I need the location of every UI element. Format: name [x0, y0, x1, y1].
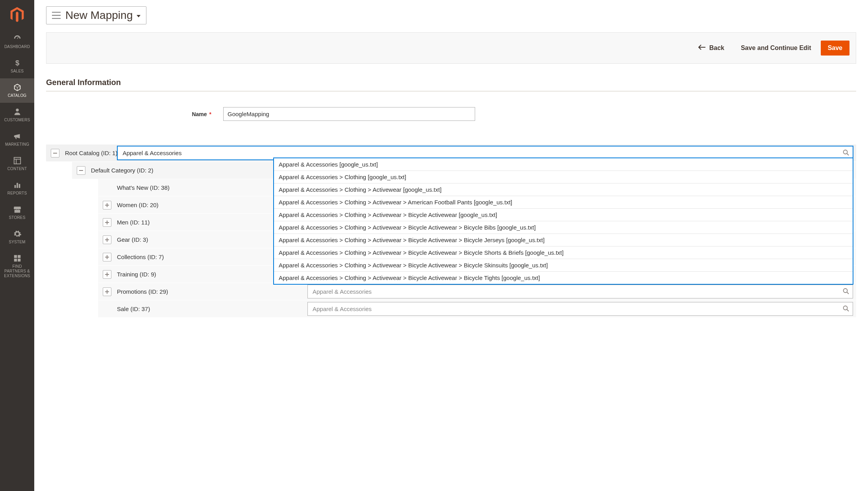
menu-icon	[52, 12, 61, 19]
svg-rect-14	[107, 203, 107, 207]
dropdown-item[interactable]: Apparel & Accessories > Clothing > Activ…	[274, 209, 853, 221]
dashboard-icon	[13, 34, 22, 43]
person-icon	[13, 107, 22, 116]
category-search-input[interactable]	[307, 302, 853, 316]
nav-gear[interactable]: SYSTEM	[0, 225, 34, 249]
nav-store[interactable]: STORES	[0, 200, 34, 225]
name-field-row: Name*	[46, 107, 856, 121]
dropdown-item[interactable]: Apparel & Accessories > Clothing [google…	[274, 171, 853, 183]
dollar-icon: $	[13, 59, 22, 67]
sidebar: DASHBOARD$SALESCATALOGCUSTOMERSMARKETING…	[0, 0, 34, 334]
dropdown-item[interactable]: Apparel & Accessories > Clothing > Activ…	[274, 183, 853, 196]
expand-icon[interactable]	[103, 287, 111, 296]
svg-rect-18	[107, 238, 107, 242]
expand-icon[interactable]	[103, 270, 111, 279]
svg-rect-3	[14, 185, 16, 188]
svg-point-11	[844, 150, 848, 154]
svg-rect-24	[107, 290, 107, 294]
svg-rect-16	[107, 220, 107, 224]
dropdown-item[interactable]: Apparel & Accessories > Clothing > Activ…	[274, 246, 853, 259]
dropdown-item[interactable]: Apparel & Accessories [google_us.txt]	[274, 158, 853, 171]
blocks-icon	[13, 254, 22, 263]
action-bar: Back Save and Continue Edit Save	[46, 32, 856, 64]
nav-dashboard[interactable]: DASHBOARD	[0, 30, 34, 54]
expand-icon[interactable]	[103, 201, 111, 209]
store-icon	[13, 205, 22, 214]
required-asterisk: *	[209, 111, 211, 117]
autocomplete-dropdown: Apparel & Accessories [google_us.txt]App…	[274, 158, 853, 284]
search-icon	[843, 305, 849, 313]
tree-label: Men (ID: 11)	[117, 219, 150, 226]
nav-blocks[interactable]: FIND PARTNERS & EXTENSIONS	[0, 249, 34, 283]
nav-person[interactable]: CUSTOMERS	[0, 103, 34, 127]
gear-icon	[13, 230, 22, 238]
section-title: General Information	[46, 78, 856, 91]
svg-rect-22	[107, 272, 107, 276]
svg-rect-5	[19, 184, 20, 188]
megaphone-icon	[13, 132, 22, 141]
caret-down-icon	[137, 12, 141, 19]
svg-rect-7	[17, 255, 20, 258]
svg-point-26	[844, 306, 848, 310]
category-search-input[interactable]	[307, 285, 853, 298]
nav-bars[interactable]: REPORTS	[0, 176, 34, 200]
arrow-left-icon	[698, 44, 705, 52]
tree-row: Sale (ID: 37)	[98, 300, 856, 318]
magento-logo[interactable]	[0, 0, 34, 30]
search-icon	[843, 288, 849, 295]
tree-label: What's New (ID: 38)	[117, 184, 170, 191]
save-continue-button[interactable]: Save and Continue Edit	[734, 41, 818, 56]
svg-rect-8	[14, 259, 17, 261]
bars-icon	[13, 181, 22, 189]
tree-label-default: Default Category (ID: 2)	[91, 167, 153, 174]
expand-icon[interactable]	[103, 235, 111, 244]
dropdown-item[interactable]: Apparel & Accessories > Clothing > Activ…	[274, 272, 853, 284]
tree-label: Collections (ID: 7)	[117, 254, 164, 260]
name-input[interactable]	[223, 107, 475, 121]
svg-rect-4	[17, 183, 18, 188]
expand-icon[interactable]	[103, 218, 111, 227]
back-button[interactable]: Back	[691, 41, 731, 56]
main-content: New Mapping Back Save and Continue Edit …	[34, 0, 868, 334]
expand-icon[interactable]	[103, 253, 111, 261]
svg-rect-6	[14, 255, 17, 258]
tree-label: Gear (ID: 3)	[117, 236, 148, 243]
dropdown-item[interactable]: Apparel & Accessories > Clothing > Activ…	[274, 234, 853, 246]
search-icon	[843, 149, 849, 157]
svg-rect-12	[79, 170, 83, 171]
tree-label-root: Root Catalog (ID: 1)	[65, 150, 117, 156]
tree-label: Women (ID: 20)	[117, 202, 159, 208]
nav-layout[interactable]: CONTENT	[0, 152, 34, 176]
svg-rect-2	[14, 157, 20, 164]
category-tree: Root Catalog (ID: 1) Apparel & Accessori…	[46, 145, 856, 318]
collapse-icon[interactable]	[51, 149, 59, 157]
dropdown-item[interactable]: Apparel & Accessories > Clothing > Activ…	[274, 259, 853, 272]
svg-text:$: $	[15, 59, 19, 67]
page-title-dropdown[interactable]: New Mapping	[46, 6, 146, 24]
save-button[interactable]: Save	[821, 41, 849, 56]
tree-label: Sale (ID: 37)	[117, 306, 150, 312]
nav-dollar[interactable]: $SALES	[0, 54, 34, 78]
nav-cube[interactable]: CATALOG	[0, 78, 34, 103]
collapse-icon[interactable]	[77, 166, 85, 175]
name-label: Name*	[46, 111, 223, 117]
svg-point-25	[844, 289, 848, 293]
dropdown-item[interactable]: Apparel & Accessories > Clothing > Activ…	[274, 196, 853, 209]
svg-rect-9	[17, 259, 20, 261]
tree-label: Promotions (ID: 29)	[117, 288, 168, 295]
svg-rect-10	[53, 153, 57, 154]
nav-megaphone[interactable]: MARKETING	[0, 127, 34, 152]
layout-icon	[13, 156, 22, 165]
svg-rect-20	[107, 255, 107, 259]
tree-row: Promotions (ID: 29)	[98, 283, 856, 300]
dropdown-item[interactable]: Apparel & Accessories > Clothing > Activ…	[274, 221, 853, 234]
page-title: New Mapping	[65, 9, 133, 22]
svg-point-1	[16, 109, 19, 111]
tree-label: Training (ID: 9)	[117, 271, 156, 278]
cube-icon	[13, 83, 22, 92]
